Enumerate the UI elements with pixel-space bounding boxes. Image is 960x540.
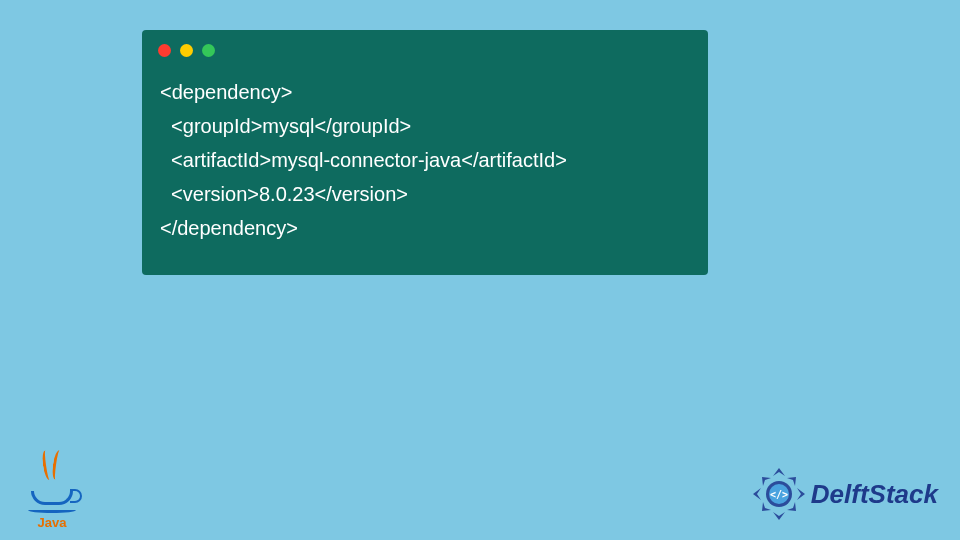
java-saucer-icon	[28, 507, 76, 513]
code-snippet: <dependency> <groupId>mysql</groupId> <a…	[142, 67, 708, 263]
svg-marker-0	[773, 468, 785, 476]
code-line: <artifactId>mysql-connector-java</artifa…	[160, 149, 567, 171]
svg-marker-3	[753, 488, 761, 500]
delftstack-logo: </> DelftStack	[751, 466, 938, 522]
delftstack-icon: </>	[751, 466, 807, 522]
window-controls	[142, 30, 708, 67]
svg-marker-1	[797, 488, 805, 500]
maximize-icon[interactable]	[202, 44, 215, 57]
code-line: <version>8.0.23</version>	[160, 183, 408, 205]
java-label: Java	[38, 515, 67, 530]
code-line: <dependency>	[160, 81, 292, 103]
delftstack-label: DelftStack	[811, 479, 938, 510]
svg-marker-4	[787, 477, 796, 486]
code-window: <dependency> <groupId>mysql</groupId> <a…	[142, 30, 708, 275]
svg-marker-6	[762, 502, 771, 511]
svg-marker-5	[787, 502, 796, 511]
svg-marker-2	[773, 512, 785, 520]
code-line: </dependency>	[160, 217, 298, 239]
close-icon[interactable]	[158, 44, 171, 57]
java-steam-icon	[35, 450, 69, 489]
minimize-icon[interactable]	[180, 44, 193, 57]
code-line: <groupId>mysql</groupId>	[160, 115, 411, 137]
svg-text:</>: </>	[770, 489, 788, 500]
java-cup-icon	[31, 491, 73, 505]
java-logo: Java	[22, 450, 82, 530]
svg-marker-7	[762, 477, 771, 486]
